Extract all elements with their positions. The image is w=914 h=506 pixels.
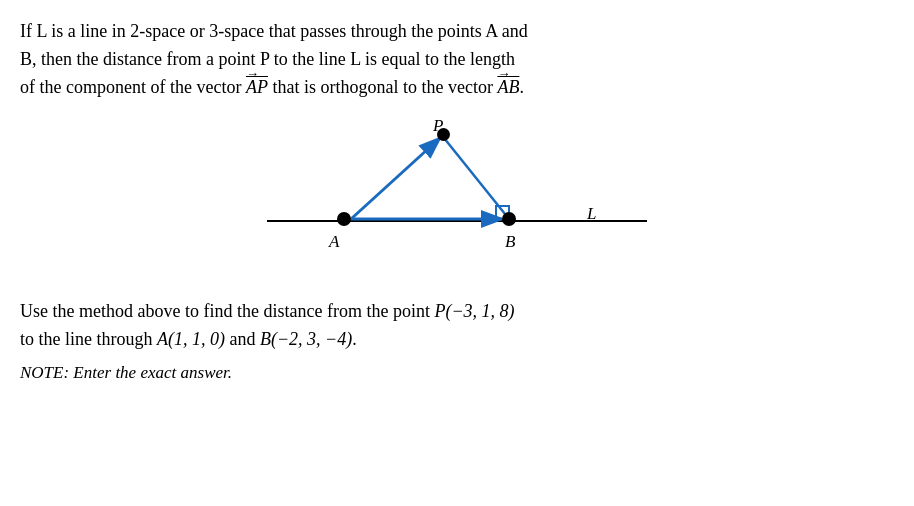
point-B xyxy=(502,212,516,226)
problem-point-B: B(−2, 3, −4) xyxy=(260,329,352,349)
arrow-AP xyxy=(351,138,440,219)
theorem-block: If L is a line in 2-space or 3-space tha… xyxy=(20,18,894,102)
problem-end: . xyxy=(352,329,357,349)
point-A xyxy=(337,212,351,226)
diagram: P A B L xyxy=(20,120,894,280)
problem-block: Use the method above to find the distanc… xyxy=(20,298,894,354)
note-block: NOTE: Enter the exact answer. xyxy=(20,363,894,383)
vector-AB: → AB xyxy=(497,74,519,102)
vector-AP: → AP xyxy=(246,74,268,102)
theorem-line3-post: . xyxy=(519,77,524,97)
problem-point-P: P(−3, 1, 8) xyxy=(434,301,514,321)
problem-and: and xyxy=(225,329,260,349)
label-L: L xyxy=(587,204,596,224)
label-B: B xyxy=(505,232,515,252)
theorem-line3-pre: of the component of the vector xyxy=(20,77,246,97)
theorem-line1: If L is a line in 2-space or 3-space tha… xyxy=(20,21,528,41)
note-text: NOTE: Enter the exact answer. xyxy=(20,363,232,382)
label-A: A xyxy=(329,232,339,252)
problem-line2-pre: to the line through xyxy=(20,329,157,349)
arrows-svg xyxy=(247,120,667,280)
problem-point-A: A(1, 1, 0) xyxy=(157,329,225,349)
label-P: P xyxy=(433,116,443,136)
theorem-line3-mid: that is orthogonal to the vector xyxy=(268,77,497,97)
problem-line1-pre: Use the method above to find the distanc… xyxy=(20,301,434,321)
